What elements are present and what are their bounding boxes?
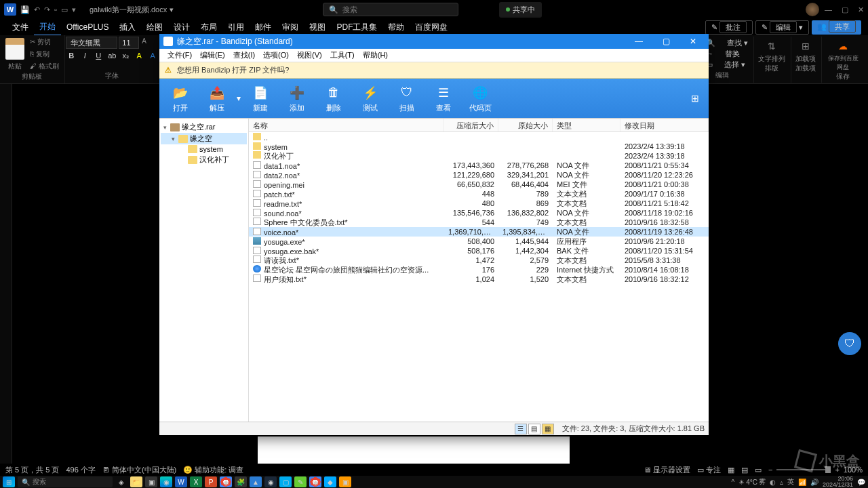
file-row[interactable]: data2.noa*121,229,680329,341,201NOA 文件20… — [249, 170, 709, 180]
file-row[interactable]: yosuga.exe*508,4001,445,944应用程序2010/9/6 … — [249, 237, 709, 246]
tray-icon[interactable]: ▵ — [780, 479, 783, 486]
addins-group[interactable]: ⊞ 加载项 加载项 — [791, 37, 820, 83]
bandizip-tree[interactable]: ▾缘之空.rar▾缘之空system汉化补丁 — [159, 119, 249, 422]
focus-mode[interactable]: ▭ 专注 — [697, 465, 721, 475]
tray-icon[interactable]: ◐ — [770, 479, 776, 486]
qa-icon[interactable]: ▫ — [54, 5, 57, 14]
menu-tab[interactable]: 设计 — [168, 20, 195, 35]
menu-item[interactable]: 查找(I) — [229, 49, 259, 62]
taskbar-chrome-icon[interactable]: ◉ — [309, 476, 321, 487]
col-original[interactable]: 原始大小 — [498, 119, 553, 131]
menu-tab[interactable]: 视图 — [304, 20, 331, 35]
word-count[interactable]: 496 个字 — [66, 465, 95, 475]
copy-button[interactable]: ⎘ 复制 — [28, 49, 60, 60]
view-read-icon[interactable]: ▤ — [741, 466, 748, 474]
taskbar-excel-icon[interactable]: X — [190, 476, 202, 487]
col-compressed[interactable]: 压缩后大小 — [444, 119, 498, 131]
taskbar-word-icon[interactable]: W — [175, 476, 187, 487]
tree-node[interactable]: ▾缘之空.rar — [161, 121, 247, 133]
bandizip-titlebar[interactable]: 缘之空.rar - Bandizip (Standard) — ▢ ✕ — [159, 34, 709, 49]
underline-button[interactable]: U — [93, 52, 104, 60]
floating-assist-button[interactable]: 🛡 — [838, 332, 861, 355]
font-size-input[interactable] — [119, 37, 139, 49]
view-list-icon[interactable]: ▤ — [528, 424, 540, 434]
menu-tab[interactable]: 绘图 — [141, 20, 168, 35]
italic-button[interactable]: I — [79, 52, 90, 60]
document-title[interactable]: galwiki第一期视频.docx▾ — [90, 5, 174, 15]
menu-tab[interactable]: 邮件 — [250, 20, 277, 35]
tree-node[interactable]: 汉化补丁 — [161, 154, 247, 165]
toolbar-查看[interactable]: ☰查看 — [425, 80, 462, 117]
maximize-icon[interactable]: ▢ — [842, 5, 848, 14]
taskbar-edge-icon[interactable]: ◉ — [160, 476, 172, 487]
view-icons-icon[interactable]: ▦ — [542, 424, 554, 434]
close-icon[interactable]: ✕ — [682, 37, 705, 46]
highlight-button[interactable]: A — [134, 52, 144, 60]
menu-item[interactable]: 工具(T) — [326, 49, 359, 62]
toolbar-测试[interactable]: ⚡测试 — [352, 80, 389, 117]
qa-dropdown-icon[interactable]: ▾ — [72, 5, 76, 14]
file-row[interactable]: 汉化补丁2023/2/4 13:39:18 — [249, 151, 709, 161]
taskbar-search[interactable]: 🔍 搜索 — [18, 476, 113, 487]
strike-button[interactable]: ab — [106, 52, 117, 60]
save-icon[interactable]: 💾 — [20, 5, 30, 14]
comment-button[interactable]: ✎ 批注 — [705, 20, 753, 35]
tray-volume-icon[interactable]: 🔊 — [810, 479, 818, 486]
a11y-status[interactable]: 🙂 辅助功能: 调查 — [183, 465, 243, 475]
col-type[interactable]: 类型 — [553, 119, 620, 131]
taskbar-app[interactable]: 🧩 — [235, 476, 247, 487]
file-row[interactable]: 用户须知.txt*1,0241,520文本文档2010/9/16 18:32:1… — [249, 274, 709, 284]
file-row[interactable]: patch.txt*448789文本文档2009/1/17 0:16:38 — [249, 189, 709, 199]
menu-tab[interactable]: 帮助 — [382, 20, 410, 35]
undo-icon[interactable]: ↶ — [34, 5, 40, 14]
file-row[interactable]: 请读我.txt*1,4722,579文本文档2015/5/8 3:31:38 — [249, 256, 709, 265]
taskbar-ppt-icon[interactable]: P — [205, 476, 217, 487]
menu-tab[interactable]: 百度网盘 — [410, 20, 453, 35]
taskbar-app[interactable]: ▢ — [279, 476, 292, 487]
minimize-icon[interactable]: — — [627, 37, 650, 46]
tree-node[interactable]: system — [161, 144, 247, 154]
bandizip-info-banner[interactable]: ⚠ 您想用 Bandizip 打开 ZIP 文件吗? — [159, 62, 709, 79]
taskbar-app[interactable]: ✎ — [294, 476, 307, 487]
file-row[interactable]: data1.noa*173,443,360278,776,268NOA 文件20… — [249, 161, 709, 170]
user-avatar[interactable] — [806, 3, 819, 16]
baidu-group[interactable]: ☁ 保存到百度网盘 保存 — [821, 37, 864, 83]
file-row[interactable]: .. — [249, 132, 709, 142]
page-count[interactable]: 第 5 页，共 5 页 — [5, 465, 59, 475]
close-icon[interactable]: ✕ — [858, 5, 864, 14]
toolbar-打开[interactable]: 📂打开 — [162, 80, 199, 117]
paste-button[interactable]: 粘贴 — [7, 61, 23, 72]
redo-icon[interactable]: ↷ — [44, 5, 50, 14]
menu-tab[interactable]: 文件 — [7, 20, 34, 35]
cut-button[interactable]: ✂ 剪切 — [28, 37, 60, 47]
menu-item[interactable]: 帮助(H) — [359, 49, 392, 62]
file-row[interactable]: sound.noa*135,546,736136,832,802NOA 文件20… — [249, 208, 709, 218]
start-button[interactable]: ⊞ — [3, 476, 15, 487]
sharing-indicator[interactable]: 共享中 — [499, 2, 542, 18]
menu-item[interactable]: 编辑(E) — [196, 49, 229, 62]
file-rows[interactable]: ..system2023/2/4 13:39:18汉化补丁2023/2/4 13… — [249, 132, 709, 422]
qa-icon[interactable]: ▭ — [61, 5, 68, 14]
paste-icon[interactable] — [5, 38, 24, 60]
tree-node[interactable]: ▾缘之空 — [161, 133, 247, 144]
menu-item[interactable]: 选项(O) — [259, 49, 293, 62]
toolbar-删除[interactable]: 🗑删除 — [315, 80, 352, 117]
view-details-icon[interactable]: ☰ — [515, 424, 527, 434]
file-row[interactable]: voice.noa*1,369,710,7681,395,834,187NOA … — [249, 227, 709, 237]
toolbar-代码页[interactable]: 🌐代码页 — [462, 80, 498, 117]
taskbar-app[interactable]: ▲ — [250, 476, 262, 487]
font-color-button[interactable]: A — [147, 52, 158, 60]
taskbar-app[interactable]: ◆ — [324, 476, 336, 487]
toolbar-扫描[interactable]: 🛡扫描 — [389, 80, 425, 117]
edit-button[interactable]: ✎ 编辑 ▾ — [755, 20, 809, 35]
minimize-icon[interactable]: — — [825, 5, 832, 14]
taskbar-explorer-icon[interactable]: 📁 — [130, 476, 142, 487]
tray-ime-icon[interactable]: 英 — [787, 477, 794, 487]
toolbar-新建[interactable]: 📄新建 — [242, 80, 279, 117]
share-button[interactable]: 👥 共享 — [812, 20, 861, 35]
display-settings[interactable]: 🖥 显示器设置 — [644, 465, 690, 475]
taskbar-app[interactable]: ◈ — [115, 476, 127, 487]
language-status[interactable]: 🖹 简体中文(中国大陆) — [102, 465, 176, 475]
col-date[interactable]: 修改日期 — [620, 119, 709, 131]
file-row[interactable]: readme.txt*480869文本文档2008/11/21 5:18:42 — [249, 199, 709, 208]
